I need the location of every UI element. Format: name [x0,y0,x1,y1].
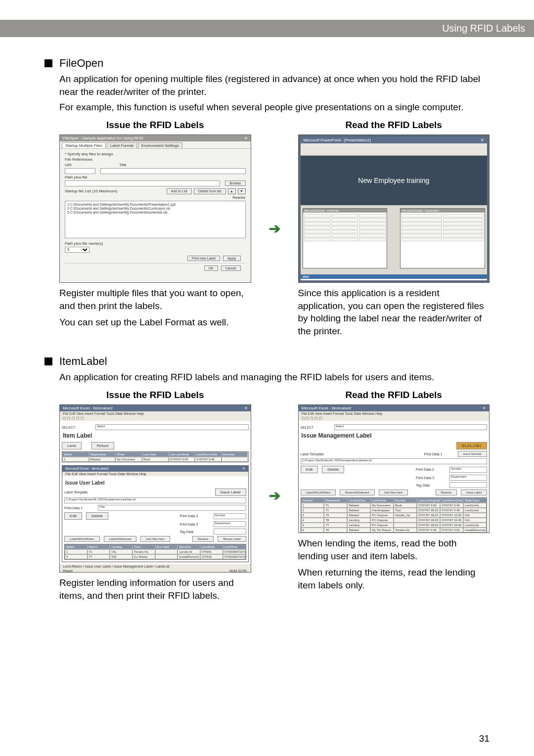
pd3-field[interactable]: Department [214,521,246,527]
label-not-written-button[interactable]: LabelAllNotWritten [64,536,100,542]
add-new-button[interactable]: Add New Item [379,489,408,495]
startup-file-list[interactable]: 1 C:\Documents and Settings\techwr\My Do… [65,201,246,238]
add-to-list-button[interactable]: Add to List [167,188,192,194]
fileopen-read-screenshot: Microsoft PowerPoint - [Presentation1] ✕… [298,134,490,283]
pd2-label: Print Data 2 [180,514,210,518]
move-up-icon[interactable]: ▲ [228,188,236,194]
close-icon[interactable]: ✕ [244,406,248,410]
td: My Tec Report [370,528,394,533]
uid-label: UID [65,163,80,167]
td: 3 [301,513,324,518]
pd2-field[interactable]: Number [449,467,487,473]
sheet-tabs[interactable]: Lend-Return / Issue User Label / Issue M… [63,565,170,568]
file-count-select[interactable]: 3 [65,247,89,253]
close-icon[interactable]: ✕ [481,138,484,142]
fileopen-issue-col: Issue the RFID Labels FileOpen - Sample … [59,120,251,329]
delete-from-list-button[interactable]: Delete from list [194,188,226,194]
td: 07030309718.802 [223,554,246,559]
add-new-button[interactable]: Add New Item [140,536,170,542]
start-button[interactable]: start [303,275,310,278]
print-label-button[interactable]: Print new Label [187,256,220,261]
header-title: Using RFID Labels [442,23,525,34]
return-button[interactable]: Return [91,442,114,449]
apply-button[interactable]: Apply [223,256,241,261]
lend-button[interactable]: Lend [62,442,82,449]
th: Last LendDate [169,452,195,457]
xl-sub-title: Microsoft Excel - ItemLabel2 [65,467,109,471]
path-input[interactable] [65,180,220,186]
tab-startup[interactable]: Startup Multiple Files [62,142,106,148]
dialog-title: FileOpen - Sample Application for Using … [63,136,143,140]
th: Time [133,544,155,549]
title-input[interactable] [100,168,246,174]
xl-menu[interactable]: File Edit View Insert Format Tools Data … [60,411,251,416]
xl-window-title: Microsoft Excel - ItemLabel2 [302,406,352,410]
td: PC Dispose [370,513,394,518]
tagdata-field[interactable] [214,529,246,534]
reader-label: Reader [232,195,245,200]
close-icon[interactable]: ✕ [244,136,248,140]
template-path[interactable]: C:\Program Files\Brother\RL-700S\Templat… [64,497,246,503]
td: 07/07/07 22:36 [440,523,463,528]
td: 07/07/07 28:25 [417,513,440,518]
fileopen-issue-title: Issue the RFID Labels [59,120,251,131]
renew-button[interactable]: Renew Label [218,536,246,542]
label-template: Label Template [301,452,330,456]
td: T8 [324,528,347,533]
td: Lending [347,523,370,528]
td: PC Dispose [370,518,394,523]
ok-button[interactable]: OK [204,266,218,271]
date-button[interactable]: 61,61,1361 [456,442,487,449]
th: Writer [115,452,142,457]
read-table: Number Registered LendingType UserName N… [301,497,488,533]
xl-toolbar[interactable]: ▢ ▢ ▢ ▢ ▢ [299,416,490,421]
delete-button[interactable]: Delete [322,466,344,473]
cancel-button[interactable]: Cancel [221,266,241,271]
browse-button[interactable]: Browse [225,180,245,186]
pd2-label: Print Data 2 [416,468,445,471]
edit-button[interactable]: Edit [301,466,318,473]
list-item[interactable]: 2 C:\Documents and Settings\techwr\My Do… [67,207,243,210]
label-not-written-button[interactable]: LabelAllNotWritten [301,489,336,495]
th: Lending [110,544,133,549]
th: LendTime [223,544,246,549]
bullet-icon [44,59,52,67]
list-item[interactable]: 1 C:\Documents and Settings\techwr\My Do… [67,203,243,206]
delete-button[interactable]: Delete [86,512,108,520]
close-icon[interactable]: ✕ [242,467,245,471]
renew-selected-button[interactable]: RenewAllSelected [340,489,375,495]
pd1-field[interactable]: Title [98,505,246,511]
edit-button[interactable]: Edit [64,512,82,520]
label-all-selected-button[interactable]: LabelAllSelected [104,536,137,542]
receive-button[interactable]: Receive [436,489,457,495]
pd2-field[interactable]: Number [214,513,246,519]
fileopen-title: FileOpen [59,57,103,70]
template-path[interactable]: C:\Program Files\Brother\RL-700S\Templat… [301,458,488,464]
td: T2 [324,513,347,518]
issue-label-button[interactable]: Issue Label [461,489,487,495]
tab-label-format[interactable]: Label Format [107,142,137,148]
th: Number [301,498,324,503]
uid-input[interactable] [65,168,95,174]
th: LendDate [200,544,223,549]
tagdata-field[interactable] [449,482,487,488]
xl-sub-menu[interactable]: File Edit View Insert Format Tools Data … [62,472,248,476]
pd3-field[interactable]: Department [449,475,487,481]
tab-env-settings[interactable]: Environment Settings [138,142,182,148]
xl-menu[interactable]: File Edit View Insert Format Tools Data … [299,411,490,416]
arrow-icon: ➔ [269,221,280,237]
th: Number [394,498,417,503]
section-fileopen: FileOpen [44,57,490,70]
move-down-icon[interactable]: ▼ [238,188,246,194]
close-icon[interactable]: ✕ [483,406,486,410]
td: Tanaka Ha [394,528,417,533]
select-field[interactable]: Select [95,424,249,430]
receive-button[interactable]: Receive [192,536,214,542]
excel-schedule-title: Microsoft Excel - schedule [303,209,387,213]
select-field[interactable]: Select [334,424,488,430]
xl-toolbar[interactable]: ▢ ▢ ▢ ▢ ▢ [60,416,251,421]
issue-label-button[interactable]: Issue Label [215,489,246,496]
td: Related [89,457,116,462]
issue-number-button[interactable]: Issue Number [458,451,487,457]
list-item[interactable]: 3 C:\Documents and Settings\techwr\My Do… [67,211,243,214]
